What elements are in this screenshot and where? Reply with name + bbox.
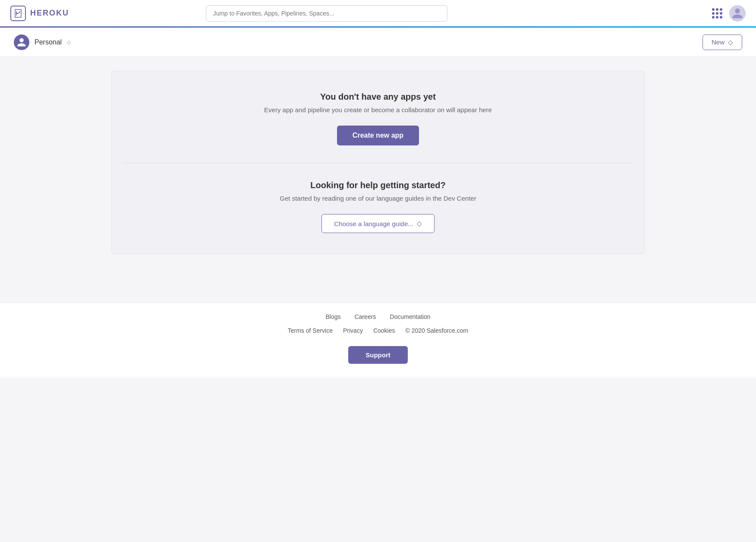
footer-link-documentation[interactable]: Documentation: [390, 313, 430, 320]
grid-dot: [716, 16, 718, 19]
apps-empty-title: You don't have any apps yet: [320, 92, 436, 102]
help-section: Looking for help getting started? Get st…: [112, 163, 644, 254]
grid-dot: [720, 12, 722, 15]
grid-dot: [716, 12, 718, 15]
footer: Blogs Careers Documentation Terms of Ser…: [0, 303, 756, 378]
grid-dot: [712, 16, 715, 19]
apps-empty-section: You don't have any apps yet Every app an…: [112, 71, 644, 163]
new-button[interactable]: New ◇: [702, 35, 742, 50]
new-button-chevron-icon: ◇: [728, 38, 733, 46]
support-button[interactable]: Support: [348, 346, 408, 364]
footer-link-cookies[interactable]: Cookies: [373, 327, 395, 334]
search-input[interactable]: [206, 5, 447, 22]
footer-link-careers[interactable]: Careers: [355, 313, 376, 320]
user-avatar[interactable]: [729, 5, 746, 22]
apps-card: You don't have any apps yet Every app an…: [111, 71, 645, 254]
create-new-app-button[interactable]: Create new app: [337, 126, 419, 145]
heroku-logo-icon: [10, 6, 26, 21]
grid-dot: [720, 8, 722, 11]
main-content: You don't have any apps yet Every app an…: [98, 57, 658, 268]
account-avatar-icon: [14, 35, 29, 50]
grid-dot: [712, 12, 715, 15]
grid-dot: [716, 8, 718, 11]
account-name-label: Personal: [35, 38, 62, 46]
grid-dot: [720, 16, 722, 19]
footer-link-terms[interactable]: Terms of Service: [288, 327, 333, 334]
footer-link-blogs[interactable]: Blogs: [326, 313, 341, 320]
account-selector[interactable]: Personal ◇: [14, 35, 71, 50]
apps-grid-icon[interactable]: [712, 8, 722, 19]
help-title: Looking for help getting started?: [310, 180, 445, 190]
search-container: [206, 5, 447, 22]
footer-secondary-links: Terms of Service Privacy Cookies © 2020 …: [14, 327, 742, 334]
footer-copyright: © 2020 Salesforce.com: [406, 327, 469, 334]
heroku-logo-text: HEROKU: [30, 9, 69, 18]
account-chevron-icon: ◇: [67, 39, 71, 45]
grid-dot: [712, 8, 715, 11]
help-subtitle: Get started by reading one of our langua…: [280, 195, 476, 202]
language-guide-button[interactable]: Choose a language guide... ◇: [321, 214, 434, 233]
apps-empty-subtitle: Every app and pipeline you create or bec…: [264, 106, 492, 113]
new-button-label: New: [712, 38, 724, 46]
sub-header: Personal ◇ New ◇: [0, 28, 756, 57]
footer-primary-links: Blogs Careers Documentation: [14, 313, 742, 320]
language-guide-label: Choose a language guide...: [334, 220, 413, 227]
language-guide-chevron-icon: ◇: [417, 220, 422, 227]
footer-link-privacy[interactable]: Privacy: [343, 327, 363, 334]
heroku-logo[interactable]: HEROKU: [10, 6, 69, 21]
navbar-right: [712, 5, 746, 22]
navbar: HEROKU: [0, 0, 756, 28]
